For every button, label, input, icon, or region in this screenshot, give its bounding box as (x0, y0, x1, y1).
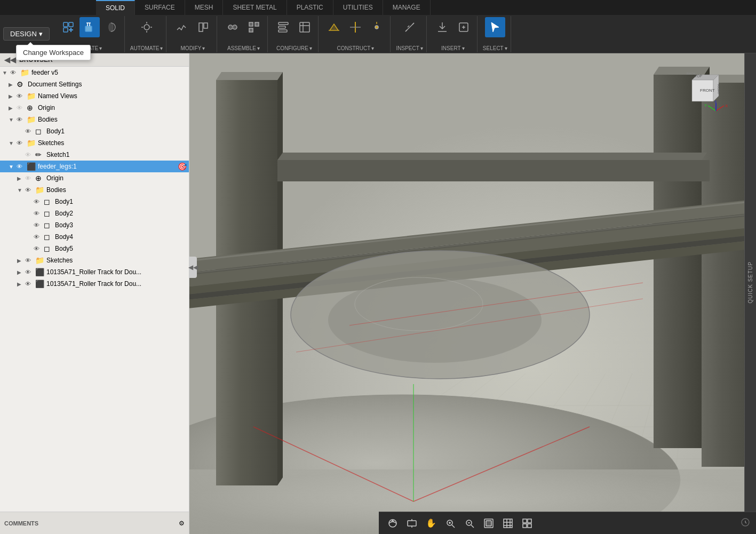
svg-rect-16 (300, 22, 309, 32)
eye-icon[interactable]: 👁 (25, 128, 34, 134)
tree-item-origin-legs[interactable]: ▶ 👁 ⊕ Origin (0, 172, 189, 184)
inspect-label[interactable]: INSPECT ▾ (396, 45, 423, 51)
viewport[interactable]: FRONT TOP RIGHT BACK X Y Z (189, 53, 756, 534)
tree-item-origin-top[interactable]: ▶ 👁 ⊕ Origin (0, 102, 189, 114)
insert-button[interactable] (432, 17, 452, 37)
construct-label[interactable]: CONSTRUCT ▾ (337, 45, 375, 51)
folder-icon: 📁 (27, 115, 36, 124)
viewport-scene (189, 53, 756, 534)
assemble2-button[interactable] (244, 17, 264, 37)
eye-icon[interactable]: 👁 (25, 269, 34, 275)
eye-icon[interactable]: 👁 (17, 93, 25, 99)
eye-icon-hidden[interactable]: 👁 (25, 152, 34, 158)
tree-item-body1-legs[interactable]: 👁 ◻ Body1 (0, 196, 189, 208)
tree-item-body1-top[interactable]: 👁 ◻ Body1 (0, 125, 189, 137)
eye-icon[interactable]: 👁 (34, 198, 42, 205)
select-label[interactable]: SELECT ▾ (483, 45, 507, 51)
display-mode-button[interactable] (480, 515, 497, 532)
construct3-button[interactable] (367, 17, 387, 37)
plane-button[interactable] (324, 17, 344, 37)
pan-button[interactable]: ✋ (423, 515, 440, 532)
tree-item-roller2[interactable]: ▶ 👁 ⬛ 10135A71_Roller Track for Dou... (0, 278, 189, 290)
bottom-tools-group: ✋ (384, 515, 536, 532)
component-icon: ⬛ (35, 268, 45, 276)
expand-icon: ▼ (17, 187, 23, 193)
eye-icon[interactable]: 👁 (25, 257, 34, 264)
configure-label[interactable]: CONFIGURE ▾ (276, 45, 312, 51)
tree-item-sketches-top[interactable]: ▼ 👁 📁 Sketches (0, 137, 189, 149)
sidebar-collapse-handle[interactable]: ◀◀ (189, 257, 197, 278)
tree-item-body3-legs[interactable]: 👁 ◻ Body3 (0, 219, 189, 231)
svg-text:RIGHT: RIGHT (717, 84, 720, 94)
component-icon: ⬛ (27, 162, 36, 171)
eye-icon[interactable]: 👁 (25, 281, 34, 287)
tab-plastic[interactable]: PLASTIC (287, 0, 333, 15)
eye-icon[interactable]: 👁 (17, 116, 25, 123)
eye-icon[interactable]: 👁 (34, 222, 42, 228)
tab-surface[interactable]: SURFACE (135, 0, 185, 15)
toolbar-tabs: SOLID SURFACE MESH SHEET METAL PLASTIC U… (0, 0, 756, 15)
tree-item-body2-legs[interactable]: 👁 ◻ Body2 (0, 208, 189, 219)
eye-icon-hidden[interactable]: 👁 (17, 105, 25, 111)
comments-settings-button[interactable]: ⚙ (179, 520, 185, 527)
configure2-button[interactable] (295, 17, 315, 37)
eye-icon[interactable]: 👁 (34, 234, 42, 240)
body-icon: ◻ (44, 244, 53, 253)
browser-collapse-button[interactable]: ◀◀ (4, 55, 16, 64)
svg-text:Z: Z (714, 100, 717, 103)
modify-label[interactable]: MODIFY ▾ (181, 45, 205, 51)
design-workspace-button[interactable]: DESIGN ▾ (3, 27, 50, 41)
tab-solid[interactable]: SOLID (96, 0, 135, 15)
grid-button[interactable] (499, 515, 516, 532)
tree-item-doc-settings[interactable]: ▶ ⚙ Document Settings (0, 78, 189, 90)
automate-button[interactable] (137, 17, 157, 37)
svg-text:BACK: BACK (687, 72, 695, 75)
tree-item-body5-legs[interactable]: 👁 ◻ Body5 (0, 243, 189, 254)
view-options-button[interactable] (519, 515, 536, 532)
modify2-button[interactable] (193, 17, 213, 37)
tab-manage[interactable]: MANAGE (383, 0, 431, 15)
zoom-window-button[interactable] (442, 515, 459, 532)
modify-button[interactable] (172, 17, 192, 37)
tab-sheet-metal[interactable]: SHEET METAL (223, 0, 287, 15)
new-component-button[interactable] (58, 17, 78, 37)
axis-button[interactable] (345, 17, 365, 37)
eye-icon[interactable]: 👁 (10, 69, 19, 76)
folder-icon: 📁 (35, 256, 45, 265)
tree-item-bodies-top[interactable]: ▼ 👁 📁 Bodies (0, 114, 189, 125)
eye-icon[interactable]: 👁 (34, 245, 42, 252)
tab-utilities[interactable]: UTILITIES (333, 0, 383, 15)
assemble-label[interactable]: ASSEMBLE ▾ (227, 45, 260, 51)
revolve-button[interactable] (101, 17, 121, 37)
tree-item-sketches-legs[interactable]: ▶ 👁 📁 Sketches (0, 254, 189, 266)
extrude-button[interactable] (79, 17, 100, 37)
tab-mesh[interactable]: MESH (185, 0, 224, 15)
automate-label[interactable]: AUTOMATE ▾ (130, 45, 163, 51)
tree-item-sketch1[interactable]: 👁 ✏ Sketch1 (0, 149, 189, 161)
eye-icon-hidden[interactable]: 👁 (25, 175, 34, 181)
tree-item-body4-legs[interactable]: 👁 ◻ Body4 (0, 231, 189, 243)
measure-button[interactable] (400, 17, 420, 37)
tree-item-bodies-legs[interactable]: ▼ 👁 📁 Bodies (0, 184, 189, 196)
tree-root-item[interactable]: ▼ 👁 📁 feeder v5 (0, 67, 189, 78)
quick-setup-panel[interactable]: QUICK SETUP (744, 53, 756, 512)
select-button[interactable] (485, 17, 505, 37)
tree-item-roller1[interactable]: ▶ 👁 ⬛ 10135A71_Roller Track for Dou... (0, 266, 189, 278)
folder-icon: 📁 (27, 92, 36, 100)
svg-point-9 (233, 25, 237, 29)
viewcube[interactable]: FRONT TOP RIGHT BACK X Y Z (681, 64, 729, 112)
modify-group: MODIFY ▾ (169, 16, 217, 52)
tree-item-named-views[interactable]: ▶ 👁 📁 Named Views (0, 90, 189, 102)
tree-item-feeder-legs[interactable]: ▼ 👁 ⬛ feeder_legs:1 🎯 (0, 161, 189, 172)
eye-icon[interactable]: 👁 (25, 187, 34, 193)
eye-icon[interactable]: 👁 (17, 140, 25, 146)
eye-icon[interactable]: 👁 (34, 210, 42, 217)
insert-label[interactable]: INSERT ▾ (441, 45, 465, 51)
joint-button[interactable] (222, 17, 243, 37)
look-at-button[interactable] (403, 515, 420, 532)
eye-icon[interactable]: 👁 (17, 163, 25, 170)
insert2-button[interactable] (453, 17, 474, 37)
configure-button[interactable] (273, 17, 293, 37)
zoom-button[interactable] (461, 515, 478, 532)
orbit-button[interactable] (384, 515, 401, 532)
